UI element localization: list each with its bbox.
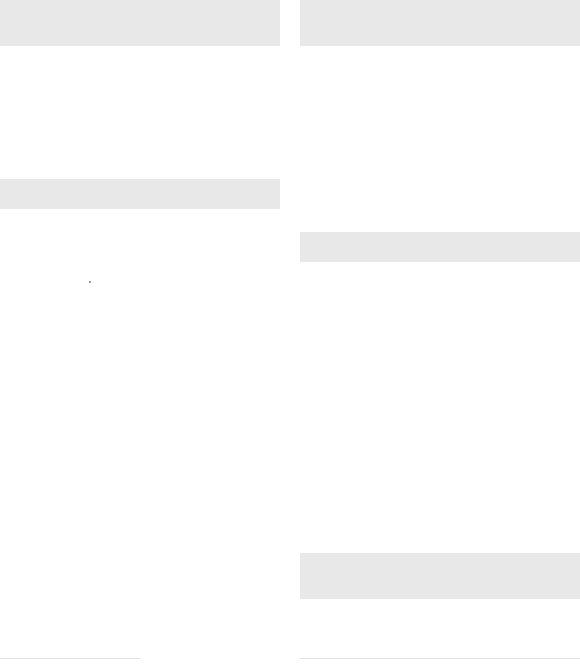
skeleton-block-left-top: [0, 0, 280, 46]
skeleton-block-right-top: [300, 0, 580, 46]
divider-right-bottom: [300, 658, 580, 659]
skeleton-block-right-mid: [300, 232, 580, 262]
skeleton-block-right-lower: [300, 553, 580, 599]
divider-left-bottom: [0, 658, 140, 659]
indicator-dot: [89, 281, 91, 283]
skeleton-block-left-mid: [0, 179, 280, 209]
